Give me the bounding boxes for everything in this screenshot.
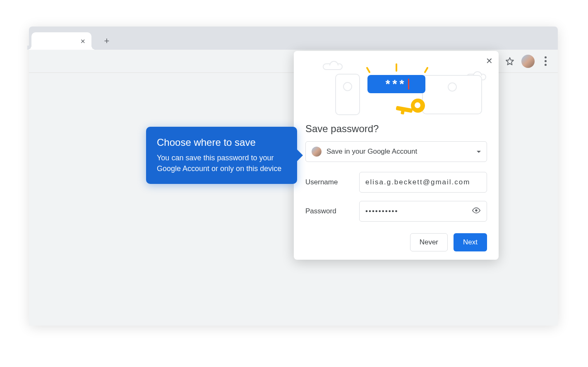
callout-title: Choose where to save bbox=[157, 137, 286, 148]
star-icon bbox=[505, 56, 515, 66]
info-callout: Choose where to save You can save this p… bbox=[146, 127, 297, 184]
bookmark-button[interactable] bbox=[504, 56, 516, 67]
spark-illustration bbox=[366, 67, 370, 73]
save-password-popup: ✕ *** Save password? Save in your Google… bbox=[294, 51, 499, 260]
username-input[interactable] bbox=[365, 178, 481, 186]
never-button[interactable]: Never bbox=[410, 233, 448, 251]
callout-body: You can save this password to your Googl… bbox=[157, 152, 286, 174]
spark-illustration bbox=[424, 67, 428, 73]
svg-point-1 bbox=[475, 209, 478, 212]
password-field-illustration: *** bbox=[367, 75, 425, 93]
save-location-select[interactable]: Save in your Google Account bbox=[305, 141, 487, 162]
username-label: Username bbox=[305, 178, 351, 186]
phone-illustration bbox=[335, 74, 360, 115]
tab-strip: ✕ + bbox=[29, 27, 558, 50]
account-avatar-icon bbox=[312, 147, 322, 157]
popup-title: Save password? bbox=[305, 123, 487, 135]
new-tab-button[interactable]: + bbox=[101, 35, 113, 47]
username-field[interactable] bbox=[359, 172, 487, 193]
dot-icon bbox=[545, 60, 547, 62]
password-field[interactable] bbox=[359, 201, 487, 222]
eye-icon bbox=[472, 206, 481, 215]
browser-tab[interactable]: ✕ bbox=[31, 32, 91, 50]
save-location-label: Save in your Google Account bbox=[326, 147, 472, 156]
next-button[interactable]: Next bbox=[454, 233, 487, 251]
more-menu-button[interactable] bbox=[540, 56, 550, 66]
spark-illustration bbox=[396, 63, 397, 72]
popup-illustration: *** bbox=[294, 51, 499, 121]
profile-avatar[interactable] bbox=[521, 55, 535, 68]
laptop-illustration bbox=[422, 75, 482, 114]
password-label: Password bbox=[305, 207, 351, 215]
dot-icon bbox=[545, 64, 547, 66]
cloud-illustration bbox=[323, 63, 343, 70]
password-input[interactable] bbox=[365, 207, 472, 215]
key-illustration bbox=[411, 99, 425, 113]
dot-icon bbox=[545, 56, 547, 58]
chevron-down-icon bbox=[477, 151, 481, 153]
close-tab-icon[interactable]: ✕ bbox=[80, 38, 86, 44]
show-password-button[interactable] bbox=[472, 206, 481, 217]
